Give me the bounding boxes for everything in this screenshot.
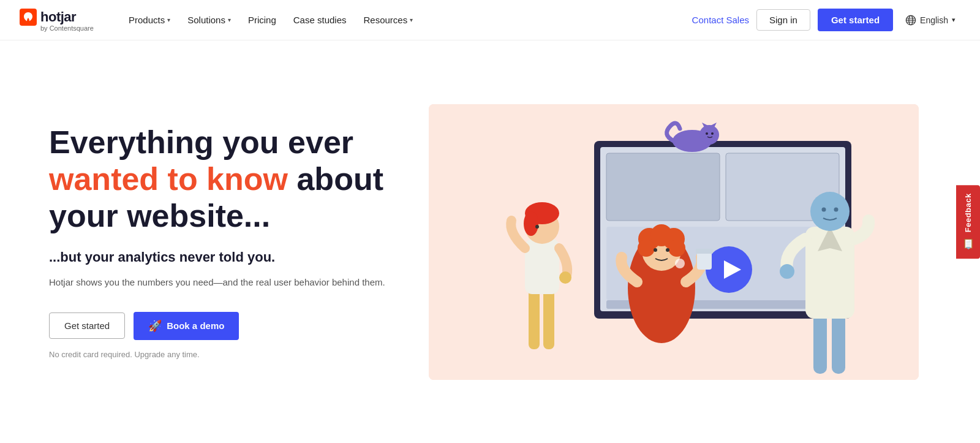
- svg-point-34: [638, 240, 655, 257]
- hero-subline: ...but your analytics never told you.: [49, 249, 392, 265]
- no-credit-card-notice: No credit card required. Upgrade any tim…: [49, 350, 392, 359]
- svg-point-35: [668, 240, 685, 257]
- feedback-label: Feedback: [963, 193, 973, 232]
- hero-content: Everything you ever wanted to know about…: [49, 124, 392, 358]
- hotjar-logo-icon: [20, 9, 37, 26]
- get-started-hero-button[interactable]: Get started: [49, 312, 125, 339]
- nav-solutions[interactable]: Solutions ▾: [180, 10, 238, 30]
- hero-headline: Everything you ever wanted to know about…: [49, 124, 392, 234]
- logo-subtitle: by Contentsquare: [40, 25, 94, 32]
- hero-description: Hotjar shows you the numbers you need—an…: [49, 275, 392, 290]
- svg-point-16: [699, 125, 719, 145]
- nav-pricing[interactable]: Pricing: [241, 10, 284, 30]
- nav-right: Contact Sales Sign in Get started Englis…: [692, 9, 960, 31]
- svg-point-27: [535, 225, 539, 229]
- hero-illustration: [429, 104, 919, 380]
- svg-rect-23: [525, 239, 559, 294]
- book-demo-button[interactable]: 🚀 Book a demo: [134, 312, 239, 340]
- logo-area[interactable]: hotjar by Contentsquare: [20, 9, 99, 32]
- svg-rect-21: [529, 288, 540, 349]
- svg-point-28: [559, 271, 571, 284]
- hero-svg: [429, 104, 919, 380]
- feedback-icon: 📋: [962, 237, 974, 250]
- hero-illustration-area: [429, 104, 943, 380]
- svg-point-38: [675, 259, 685, 268]
- svg-point-47: [780, 264, 794, 279]
- svg-point-19: [706, 132, 708, 135]
- svg-rect-41: [813, 312, 827, 374]
- nav-links: Products ▾ Solutions ▾ Pricing Case stud…: [121, 10, 692, 30]
- svg-rect-42: [832, 312, 845, 374]
- language-label: English: [920, 15, 948, 25]
- contact-sales-link[interactable]: Contact Sales: [692, 15, 749, 25]
- feedback-tab[interactable]: 📋 Feedback: [956, 184, 980, 258]
- nav-resources[interactable]: Resources ▾: [356, 10, 421, 30]
- headline-highlight: wanted to know: [49, 161, 288, 197]
- resources-chevron-icon: ▾: [410, 17, 413, 23]
- sign-in-button[interactable]: Sign in: [756, 9, 810, 31]
- globe-icon: [905, 15, 916, 26]
- feedback-tab-wrapper: 📋 Feedback: [956, 184, 980, 258]
- headline-part1: Everything you ever: [49, 124, 353, 160]
- products-chevron-icon: ▾: [167, 17, 170, 23]
- book-demo-label: Book a demo: [167, 320, 224, 331]
- solutions-chevron-icon: ▾: [228, 17, 231, 23]
- hero-section: Everything you ever wanted to know about…: [0, 40, 980, 443]
- svg-point-46: [834, 207, 839, 211]
- svg-point-26: [524, 211, 538, 236]
- language-chevron-icon: ▾: [952, 16, 956, 24]
- navbar: hotjar by Contentsquare Products ▾ Solut…: [0, 0, 980, 40]
- logo-name: hotjar: [40, 9, 76, 25]
- nav-products[interactable]: Products ▾: [121, 10, 178, 30]
- rocket-icon: 🚀: [148, 319, 162, 333]
- language-selector[interactable]: English ▾: [900, 11, 960, 29]
- svg-rect-9: [606, 153, 720, 221]
- nav-case-studies[interactable]: Case studies: [286, 10, 354, 30]
- svg-point-37: [666, 248, 669, 252]
- get-started-nav-button[interactable]: Get started: [818, 9, 893, 31]
- svg-rect-22: [543, 288, 554, 349]
- svg-rect-39: [697, 251, 712, 270]
- svg-point-45: [822, 207, 826, 211]
- svg-point-20: [711, 132, 714, 135]
- hero-buttons: Get started 🚀 Book a demo: [49, 312, 392, 340]
- svg-point-36: [654, 248, 657, 252]
- svg-point-44: [810, 192, 850, 231]
- svg-rect-40: [696, 249, 713, 254]
